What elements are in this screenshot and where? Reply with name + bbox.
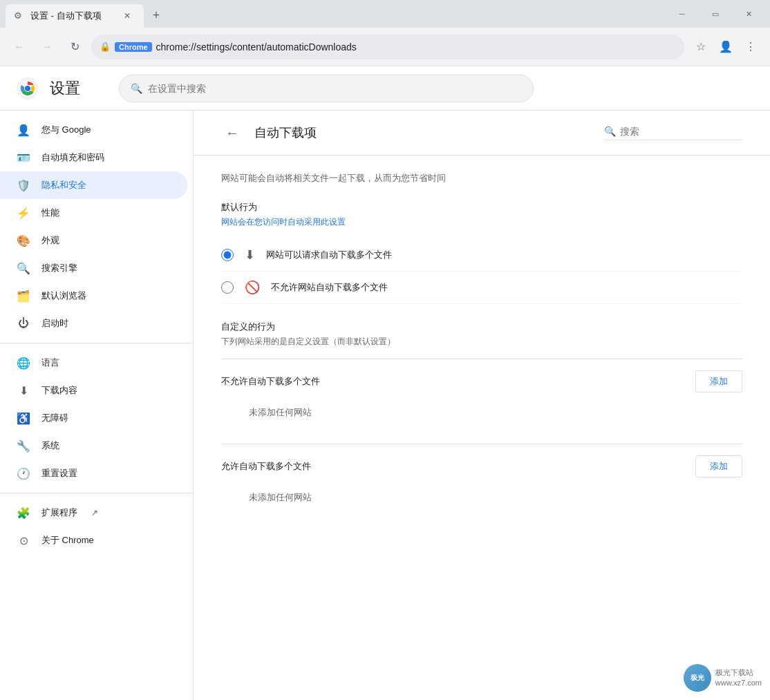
browser-icon: 🗂️ [17,289,30,303]
content-header: ← 自动下载项 🔍 [194,111,770,155]
allow-empty-text: 未添加任何网站 [221,483,742,512]
sidebar-item-system[interactable]: 🔧 系统 [0,432,187,460]
sidebar-label-autofill: 自动填充和密码 [41,151,104,164]
sidebar-item-extensions[interactable]: 🧩 扩展程序 ↗ [0,499,187,527]
sidebar-label-extensions: 扩展程序 [41,507,77,519]
maximize-button[interactable]: ▭ [699,4,731,23]
sidebar-item-accessibility[interactable]: ♿ 无障碍 [0,404,187,432]
info-text: 网站可能会自动将相关文件一起下载，从而为您节省时间 [221,172,742,185]
new-tab-button[interactable]: + [147,6,166,25]
forward-button[interactable]: → [36,36,58,58]
sidebar-label-startup: 启动时 [41,317,68,330]
power-icon: ⏻ [17,316,30,330]
titlebar: ⚙ 设置 - 自动下载项 ✕ + ─ ▭ ✕ [0,0,770,28]
sidebar-label-search: 搜索引擎 [41,262,77,274]
option-allow[interactable]: ⬇ 网站可以请求自动下载多个文件 [221,239,742,272]
watermark-site: 极光下载站 [715,668,762,678]
option-block-label: 不允许网站自动下载多个文件 [271,281,388,294]
main-layout: 👤 您与 Google 🪪 自动填充和密码 🛡️ 隐私和安全 ⚡ 性能 🎨 外观… [0,111,770,700]
paint-icon: 🎨 [17,234,30,247]
radio-allow[interactable] [221,249,234,261]
chrome-logo [17,77,39,100]
close-button[interactable]: ✕ [733,4,764,23]
block-permission-header: 不允许自动下载多个文件 添加 [221,370,742,392]
allow-add-button[interactable]: 添加 [695,455,742,477]
accessibility-icon: ♿ [17,411,30,425]
watermark-text: 极光下载站 www.xz7.com [715,668,762,689]
option-block[interactable]: 🚫 不允许网站自动下载多个文件 [221,272,742,304]
radio-block[interactable] [221,281,234,294]
sidebar-label-privacy: 隐私和安全 [41,179,86,191]
sidebar-label-performance: 性能 [41,207,59,219]
wrench-icon: 🔧 [17,439,30,453]
download-icon: ⬇ [17,384,30,397]
tab-label: 设置 - 自动下载项 [30,10,102,22]
person-icon: 👤 [17,123,30,137]
back-button[interactable]: ← [8,36,30,58]
custom-section: 自定义的行为 下列网站采用的是自定义设置（而非默认设置） 不允许自动下载多个文件… [221,321,742,512]
refresh-button[interactable]: ↻ [64,36,86,58]
tab-bar: ⚙ 设置 - 自动下载项 ✕ + [6,4,166,28]
allow-permission-label: 允许自动下载多个文件 [221,460,311,473]
minimize-button[interactable]: ─ [666,4,698,23]
tab-close-button[interactable]: ✕ [122,10,133,21]
content-search-input[interactable] [620,126,731,137]
sidebar-label-system: 系统 [41,439,59,452]
custom-section-title: 自定义的行为 [221,321,742,333]
block-empty-text: 未添加任何网站 [221,398,742,427]
sidebar-item-downloads[interactable]: ⬇ 下载内容 [0,377,187,404]
sidebar-label-browser: 默认浏览器 [41,290,86,302]
nav-icons: ☆ 👤 ⋮ [690,36,762,58]
address-bar[interactable]: 🔒 Chrome chrome://settings/content/autom… [91,35,684,59]
sidebar: 👤 您与 Google 🪪 自动填充和密码 🛡️ 隐私和安全 ⚡ 性能 🎨 外观… [0,111,194,700]
profile-button[interactable]: 👤 [715,36,737,58]
block-add-button[interactable]: 添加 [695,370,742,392]
shield-icon: 🛡️ [17,178,30,192]
default-behavior-subtitle: 网站会在您访问时自动采用此设置 [221,216,742,228]
sidebar-item-privacy[interactable]: 🛡️ 隐私和安全 [0,171,187,199]
tab-favicon: ⚙ [14,10,25,21]
watermark-url: www.xz7.com [715,678,762,688]
search-icon: 🔍 [131,83,142,94]
sidebar-label-appearance: 外观 [41,234,59,247]
svg-point-3 [25,86,30,91]
sidebar-label-about: 关于 Chrome [41,534,94,547]
sidebar-item-autofill[interactable]: 🪪 自动填充和密码 [0,144,187,171]
download-arrow-icon: ⬇ [245,247,255,263]
block-download-icon: 🚫 [245,280,260,295]
extensions-icon: 🧩 [17,506,30,520]
content-search-bar[interactable]: 🔍 [604,126,742,140]
sidebar-divider-1 [0,343,193,343]
content-header-left: ← 自动下载项 [221,122,317,144]
sidebar-label-google: 您与 Google [41,124,91,136]
content-title: 自动下载项 [254,124,317,141]
settings-header: 设置 🔍 [0,66,770,111]
sidebar-item-reset[interactable]: 🕐 重置设置 [0,460,187,487]
menu-button[interactable]: ⋮ [740,36,762,58]
sidebar-item-about[interactable]: ⊙ 关于 Chrome [0,527,187,554]
navbar: ← → ↻ 🔒 Chrome chrome://settings/content… [0,28,770,66]
allow-permission-header: 允许自动下载多个文件 添加 [221,455,742,477]
sidebar-label-language: 语言 [41,357,59,369]
sidebar-item-startup[interactable]: ⏻ 启动时 [0,310,187,337]
sidebar-item-language[interactable]: 🌐 语言 [0,349,187,377]
separator-1 [221,359,742,359]
sidebar-item-google[interactable]: 👤 您与 Google [0,116,187,144]
settings-search-input[interactable] [148,83,522,94]
sidebar-item-default-browser[interactable]: 🗂️ 默认浏览器 [0,282,187,310]
sidebar-label-downloads: 下载内容 [41,384,77,397]
sidebar-item-appearance[interactable]: 🎨 外观 [0,227,187,254]
sidebar-item-search[interactable]: 🔍 搜索引擎 [0,254,187,282]
settings-title: 设置 [50,78,80,99]
content-search-icon: 🔍 [604,126,616,137]
external-link-icon: ↗ [91,508,98,518]
bookmark-button[interactable]: ☆ [690,36,712,58]
sidebar-item-performance[interactable]: ⚡ 性能 [0,199,187,227]
active-tab[interactable]: ⚙ 设置 - 自动下载项 ✕ [6,4,144,28]
settings-search-bar[interactable]: 🔍 [119,75,534,102]
sidebar-label-accessibility: 无障碍 [41,412,68,424]
page-content: 网站可能会自动将相关文件一起下载，从而为您节省时间 默认行为 网站会在您访问时自… [194,155,770,545]
block-permission-section: 不允许自动下载多个文件 添加 未添加任何网站 [221,370,742,427]
content-back-button[interactable]: ← [221,122,243,144]
block-permission-label: 不允许自动下载多个文件 [221,375,320,388]
